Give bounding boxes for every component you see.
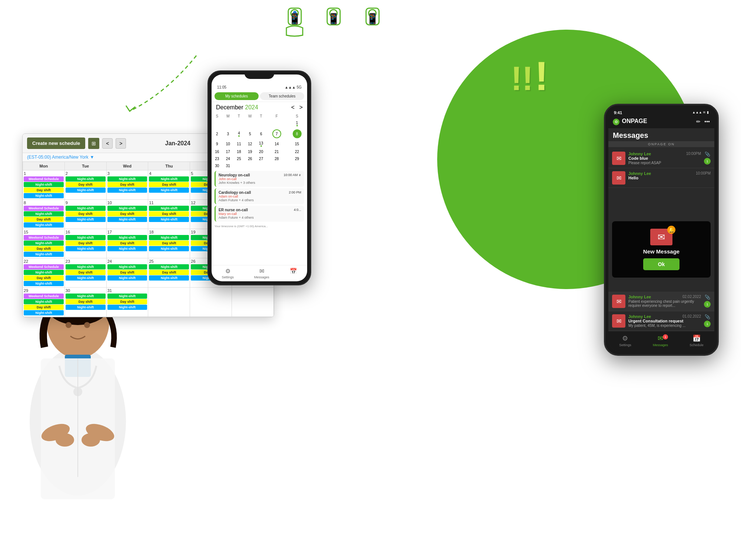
shift-tag: Night-shift: [66, 275, 106, 281]
unread-badge: 1: [704, 321, 711, 327]
nav-messages[interactable]: ✉ Messages 1: [653, 334, 668, 347]
schedule-item-er-nurse[interactable]: ER nurse on-call 4:0... Mary on-call Ada…: [215, 206, 304, 222]
phone-tabs: My schedules Team schedules: [212, 91, 307, 102]
shift-tag: Weekend Schedule: [24, 294, 64, 299]
shift-tag: Night-shift: [66, 176, 106, 182]
grid-view-button[interactable]: ⊞: [88, 138, 99, 149]
shift-tag: Night-shift: [66, 235, 106, 240]
col-tue: Tue: [64, 162, 106, 170]
phone2-screen: 9:41 ▲▲▲ ≋ ▮ ⊙ ONPAGE ✏ ••• Messages ONP…: [608, 108, 714, 351]
tab-team-schedules[interactable]: Team schedules: [260, 92, 304, 100]
messages-badge: 1: [663, 334, 668, 339]
message-item[interactable]: ✉ Johnny Lee 02.02.2022 Patient experien…: [608, 292, 714, 311]
shift-tag: Night-shift: [149, 246, 189, 251]
cal-day-cell[interactable]: 15Weekend ScheduleNight-shiftDay shiftNi…: [23, 229, 65, 258]
tab-my-schedules[interactable]: My schedules: [215, 92, 259, 100]
shift-tag: Night-shift: [24, 281, 64, 286]
cal-day-cell[interactable]: 22Weekend ScheduleNight-shiftDay shiftNi…: [23, 258, 65, 288]
new-badge: 🔔: [667, 226, 675, 234]
nav-settings[interactable]: ⚙ Settings: [222, 268, 234, 279]
more-icon[interactable]: •••: [704, 119, 710, 125]
attachment-icon: 📎: [705, 152, 710, 157]
cal-day-cell[interactable]: [190, 288, 232, 317]
shift-tag: Night-shift: [24, 182, 64, 187]
phone2-header-icons: ✏ •••: [696, 119, 710, 125]
shift-tag: Night-shift: [149, 217, 189, 222]
cal-day-cell[interactable]: 24Night-shiftDay shiftNight-shift: [106, 258, 148, 288]
phone-messages: 9:41 ▲▲▲ ≋ ▮ ⊙ ONPAGE ✏ ••• Messages ONP…: [604, 104, 719, 356]
cal-day-cell[interactable]: 3Night-shiftDay shiftNight-shift: [106, 170, 148, 200]
prev-month-button[interactable]: <: [102, 138, 113, 149]
cal-day-cell[interactable]: 8Weekend ScheduleNight-shiftDay shiftNig…: [23, 200, 65, 229]
schedule-icon: 📅: [692, 334, 701, 342]
cal-week: 30 31: [212, 162, 307, 169]
cal-week: 2 3 4 5 6 7 8: [212, 128, 307, 140]
person-icon-3: 📱: [359, 7, 386, 41]
cal-day-cell[interactable]: [232, 288, 274, 317]
shift-tag: Night-shift: [107, 305, 147, 310]
phone-bottom-nav: ⚙ Settings ✉ Messages 📅: [212, 265, 307, 281]
cal-day-cell[interactable]: 30Night-shiftDay shiftNight-shift: [64, 288, 106, 317]
phone-prev-btn[interactable]: <: [291, 104, 295, 110]
create-schedule-button[interactable]: Create new schedule: [27, 137, 85, 149]
avatar: ✉: [612, 152, 625, 165]
cal-day-cell[interactable]: 4Night-shiftDay shiftNight-shift: [148, 170, 190, 200]
shift-tag: Day shift: [149, 211, 189, 216]
nav-schedule[interactable]: 📅 Schedule: [690, 334, 704, 347]
cal-day-cell[interactable]: 31Night-shiftDay shiftNight-shift: [106, 288, 148, 317]
shift-tag: Day shift: [24, 246, 64, 251]
shift-tag: Night-shift: [66, 206, 106, 211]
cal-day-cell[interactable]: 17Night-shiftDay shiftNight-shift: [106, 229, 148, 258]
cal-day-cell[interactable]: 10Night-shiftDay shiftNight-shift: [106, 200, 148, 229]
edit-icon[interactable]: ✏: [696, 119, 701, 125]
cal-day-cell[interactable]: 25Night-shiftDay shiftNight-shift: [148, 258, 190, 288]
shift-tag: Night-shift: [66, 246, 106, 251]
shift-tag: Night-shift: [24, 193, 64, 198]
avatar: ✉: [612, 171, 625, 185]
cal-week: 16 17 18 19 20 21 22: [212, 148, 307, 155]
schedule-item-cardiology[interactable]: Cardiology on-call 2:00 PM Adam on-call …: [215, 188, 304, 204]
new-message-ok-button[interactable]: Ok: [643, 258, 680, 270]
schedule-item-neurology[interactable]: Neurology on-call 10:00 AM ∨ John on-cal…: [215, 171, 304, 187]
shift-tag: Night-shift: [24, 241, 64, 246]
cal-day-cell[interactable]: [148, 288, 190, 317]
cal-day-cell[interactable]: 29Weekend ScheduleNight-shiftDay shiftNi…: [23, 288, 65, 317]
message-content: Johnny Lee 10:00PM Hello: [628, 171, 711, 180]
messages-icon: ✉: [259, 268, 264, 275]
shift-tag: Day shift: [24, 275, 64, 281]
schedule-items: Neurology on-call 10:00 AM ∨ John on-cal…: [212, 169, 307, 265]
cal-day-cell[interactable]: 16Night-shiftDay shiftNight-shift: [64, 229, 106, 258]
message-content: Johnny Lee 01.02.2022 Urgent Consultatio…: [628, 314, 701, 328]
phone-next-btn[interactable]: >: [299, 104, 303, 110]
cal-day-cell[interactable]: 1Weekend ScheduleNight-shiftDay shiftNig…: [23, 170, 65, 200]
message-item[interactable]: ✉ Johnny Lee 10:00PM Hello: [608, 168, 714, 188]
nav-settings[interactable]: ⚙ Settings: [619, 334, 631, 347]
cal-day-cell[interactable]: 9Night-shiftDay shiftNight-shift: [64, 200, 106, 229]
cal-day-cell[interactable]: 18Night-shiftDay shiftNight-shift: [148, 229, 190, 258]
message-item[interactable]: ✉ Johnny Lee 01.02.2022 Urgent Consultat…: [608, 311, 714, 331]
nav-messages[interactable]: ✉ Messages: [254, 268, 269, 279]
message-item[interactable]: ✉ Johnny Lee 10:00PM Code blue Please re…: [608, 149, 714, 168]
next-month-button[interactable]: >: [116, 138, 126, 149]
shift-tag: Night-shift: [66, 188, 106, 193]
shift-tag: Night-shift: [24, 270, 64, 275]
cal-day-cell[interactable]: 11Night-shiftDay shiftNight-shift: [148, 200, 190, 229]
col-wed: Wed: [106, 162, 148, 170]
shift-tag: Weekend Schedule: [24, 264, 64, 269]
nav-empty: 📅: [290, 268, 297, 279]
shift-tag: Night-shift: [24, 222, 64, 228]
cal-day-cell[interactable]: 23Night-shiftDay shiftNight-shift: [64, 258, 106, 288]
shift-tag: Day shift: [66, 299, 106, 304]
shift-tag: Day shift: [24, 188, 64, 193]
shift-tag: Night-shift: [66, 217, 106, 222]
shift-tag: Weekend Schedule: [24, 176, 64, 182]
messages-icon: ✉: [658, 334, 663, 342]
shift-tag: Night-shift: [66, 264, 106, 269]
unread-badge: 1: [704, 158, 711, 165]
shift-tag: Night-shift: [107, 188, 147, 193]
shift-tag: Night-shift: [66, 294, 106, 299]
attachment-icon: 📎: [705, 295, 710, 300]
svg-text:📱: 📱: [366, 13, 379, 25]
timezone-note: Your timezone is (GMT +1:00) America...: [212, 223, 307, 229]
cal-day-cell[interactable]: 2Night-shiftDay shiftNight-shift: [64, 170, 106, 200]
